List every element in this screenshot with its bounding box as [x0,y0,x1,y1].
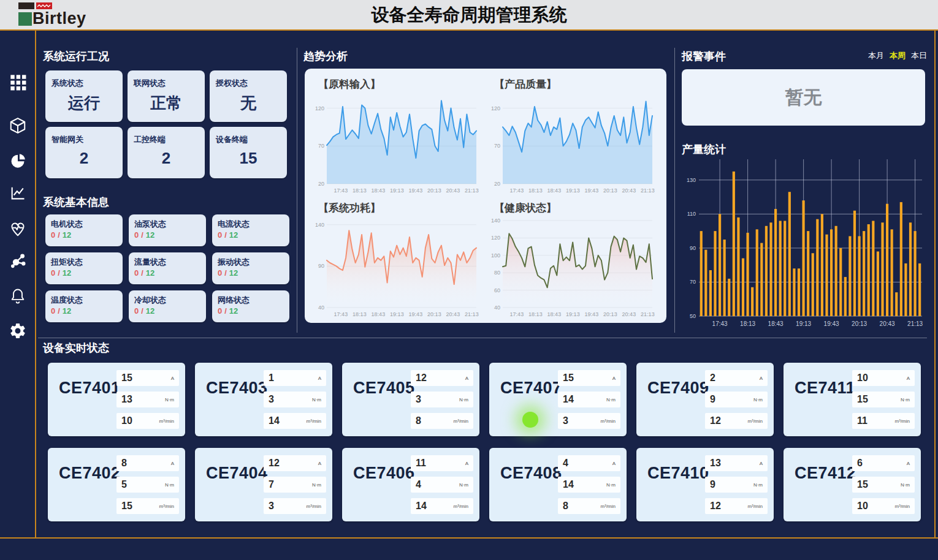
device-metric-row: 8m³/min [558,498,620,514]
total-count: 12 [63,230,71,240]
alarm-tab-month[interactable]: 本月 [868,51,884,60]
svg-text:21:13: 21:13 [465,187,479,194]
svg-text:20:43: 20:43 [622,187,636,194]
alarm-tab-day[interactable]: 本日 [911,51,927,60]
alarm-count: 0 [218,268,222,278]
svg-text:19:43: 19:43 [585,311,599,317]
sidebar-item-bell-icon[interactable] [0,287,35,305]
device-metric-unit: A [465,376,468,381]
basic-card-count: 0/12 [218,306,238,316]
alarm-tab-week[interactable]: 本周 [890,51,906,60]
sidebar-item-health-icon[interactable] [0,219,35,238]
device-metric-value: 10 [121,415,132,426]
sidebar-item-cube-icon[interactable] [0,116,35,135]
device-metric-value: 8 [563,501,568,512]
device-metric-value: 5 [121,479,127,490]
svg-text:140: 140 [315,221,324,227]
svg-text:18:13: 18:13 [740,320,755,327]
device-status-grid: CE740115A13N·m10m³/minCE74031A3N·m14m³/m… [48,363,921,521]
device-card[interactable]: CE741013A9N·m12m³/min [636,448,774,521]
basic-info-card: 温度状态0/12 [45,290,123,322]
device-metric-row: 3N·m [264,392,326,407]
device-metrics: 15A14N·m3m³/min [558,370,620,429]
svg-text:18:43: 18:43 [372,187,386,194]
basic-info-card: 网络状态0/12 [212,290,289,322]
device-metric-unit: A [171,376,174,381]
horizontal-divider [38,338,927,338]
device-metric-unit: m³/min [601,418,616,424]
device-card[interactable]: CE740715A14N·m3m³/min [489,363,627,436]
sidebar-item-pie-chart-icon[interactable] [0,152,35,169]
status-card-value: 2 [128,149,205,168]
cube-icon [9,116,27,135]
device-metric-row: 15N·m [852,392,915,407]
basic-info-card: 电流状态0/12 [212,214,289,246]
sidebar-item-settings-icon[interactable] [0,322,35,340]
device-metric-unit: N·m [165,482,174,488]
device-card[interactable]: CE74084A14N·m8m³/min [489,448,627,521]
system-status-cards: 系统状态运行联网状态正常授权状态无智能网关2工控终端2设备终端15 [45,70,287,178]
right-gold-divider [934,31,936,539]
device-metric-unit: N·m [459,482,468,488]
basic-card-label: 扭矩状态 [51,257,83,268]
device-metric-row: 13N·m [116,392,179,407]
sidebar-item-grid-icon[interactable] [0,74,35,91]
device-card[interactable]: CE740512A3N·m8m³/min [342,363,479,436]
device-metric-value: 3 [416,394,421,405]
system-status-card: 设备终端15 [210,127,287,178]
device-card[interactable]: CE740412A7N·m3m³/min [195,448,332,521]
device-card[interactable]: CE74092A9N·m12m³/min [636,363,774,436]
device-metric-row: 3m³/min [558,413,620,429]
device-card[interactable]: CE740611A4N·m14m³/min [342,448,479,521]
production-chart-svg: 17:4318:1318:4319:1319:4320:1320:4321:13… [679,157,928,330]
vertical-divider-right [674,48,675,333]
device-metric-unit: N·m [753,482,763,488]
device-name: CE7410 [647,464,709,483]
device-metric-value: 14 [416,501,427,512]
device-metric-value: 12 [269,458,280,469]
device-card[interactable]: CE741110A15N·m11m³/min [784,363,921,436]
section-title-alarm: 报警事件 [682,49,726,64]
device-card[interactable]: CE74028A5N·m15m³/min [48,448,185,521]
device-metric-value: 10 [857,501,868,512]
section-title-system-status: 系统运行工况 [43,49,109,64]
device-card[interactable]: CE74031A3N·m14m³/min [195,363,332,436]
device-metrics: 15A13N·m10m³/min [116,370,179,429]
device-metric-row: 14N·m [558,392,620,407]
svg-text:130: 130 [687,177,696,183]
device-metric-unit: m³/min [307,418,321,424]
basic-card-label: 温度状态 [51,295,83,306]
device-metric-unit: A [465,461,468,466]
svg-text:18:13: 18:13 [528,187,543,194]
svg-text:17:43: 17:43 [510,187,524,194]
device-card[interactable]: CE740115A13N·m10m³/min [48,363,185,436]
dashboard: Birtley 设备全寿命周期管理系统 系统运行工况 系统状态运行联网状态正常授… [0,0,938,560]
device-metric-unit: N·m [312,482,321,488]
basic-info-card: 冷却状态0/12 [129,290,206,322]
molecule-icon [9,252,26,269]
sidebar-item-molecule-icon[interactable] [0,252,35,269]
svg-text:17:43: 17:43 [334,187,348,194]
device-metric-unit: m³/min [748,504,763,509]
device-name: CE7406 [353,464,415,483]
line-chart-icon [9,184,26,202]
sidebar-item-line-chart-icon[interactable] [0,184,35,202]
device-metric-value: 15 [857,479,868,490]
count-separator: / [224,230,227,240]
device-metric-value: 12 [416,373,427,384]
device-card[interactable]: CE74126A15N·m10m³/min [784,448,921,521]
trend-chart-health-status: 40608010012014017:4318:1318:4319:1319:43… [486,216,657,320]
svg-text:18:43: 18:43 [372,311,386,317]
device-metric-value: 7 [269,479,274,490]
device-metric-row: 12m³/min [705,413,768,429]
system-status-card: 联网状态正常 [128,70,205,122]
device-metric-value: 14 [563,479,574,490]
device-metric-unit: N·m [606,397,616,403]
basic-info-card: 油泵状态0/12 [129,214,206,246]
device-metric-row: 8m³/min [411,413,473,429]
basic-card-label: 电流状态 [218,219,250,230]
device-metric-value: 13 [121,394,132,405]
device-metric-unit: A [318,461,321,466]
device-metric-row: 4N·m [411,477,473,493]
basic-info-card: 扭矩状态0/12 [45,252,123,284]
